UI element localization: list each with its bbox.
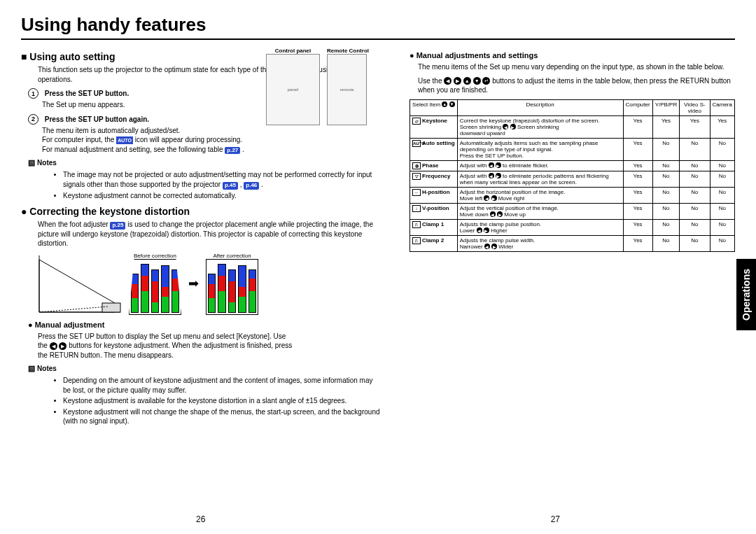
- step-2-num-icon: 2: [28, 114, 38, 125]
- keystone-notes-list: Depending on the amount of keystone adju…: [35, 376, 382, 426]
- keystone-intro: When the foot adjuster p.25 is used to c…: [38, 220, 382, 248]
- keystone-note-3: Keystone adjustment will not change the …: [63, 407, 382, 426]
- page-ref-27: p.27: [225, 147, 240, 155]
- auto-notes-heading: Notes: [28, 158, 382, 167]
- side-tab-operations: Operations: [736, 259, 756, 330]
- right-arrow-icon: ▶: [59, 342, 66, 350]
- svg-rect-3: [102, 303, 120, 312]
- control-panel-diagram: panel: [266, 54, 320, 125]
- chart-after: [206, 259, 258, 315]
- table-row: ⎍Clamp 2Adjusts the clamp pulse width.Na…: [410, 235, 735, 251]
- chart-before: [129, 259, 181, 315]
- page-title: Using handy features: [21, 14, 735, 40]
- page-ref-45: p.45: [223, 182, 238, 190]
- auto-icon: AUTO: [116, 136, 133, 144]
- step-1-num-icon: 1: [28, 88, 38, 99]
- table-row: ⎍Clamp 1Adjusts the clamp pulse position…: [410, 219, 735, 235]
- remote-control-label: Remote Control: [327, 48, 369, 54]
- table-row: ↕V-positionAdjust the vertical position …: [410, 203, 735, 219]
- page-number-left: 26: [196, 514, 205, 524]
- table-row: ◍PhaseAdjust with ◀ ▶ to eliminate flick…: [410, 160, 735, 171]
- auto-notes-list: The image may not be projected or auto a…: [35, 170, 382, 200]
- control-panel-label: Control panel: [266, 48, 320, 54]
- page-ref-46: p.46: [244, 182, 259, 190]
- arrow-right-icon: ➡: [188, 276, 199, 291]
- keystone-notes-heading: Notes: [28, 364, 382, 373]
- page-ref-25: p.25: [110, 222, 125, 230]
- page-number-right: 27: [551, 514, 560, 524]
- keystone-heading: Correcting the keystone distortion: [21, 206, 382, 217]
- keystone-note-1: Depending on the amount of keystone adju…: [63, 376, 382, 395]
- manual-adjustment-heading: Manual adjustment: [28, 321, 382, 329]
- remote-control-diagram: remote: [327, 54, 367, 125]
- keystone-diagram: Before correction ➡ After correction: [38, 253, 382, 315]
- step-2-body: The menu item is automatically adjusted/…: [42, 126, 382, 155]
- auto-note-1: The image may not be projected or auto a…: [63, 170, 382, 189]
- after-label: After correction: [206, 253, 258, 259]
- manual-adjustment-body: Press the SET UP button to display the S…: [38, 332, 382, 360]
- before-label: Before correction: [129, 253, 181, 259]
- table-row: ▽FrequencyAdjust with ◀ ▶ to eliminate p…: [410, 171, 735, 187]
- auto-note-2: Keystone adjustment cannot be corrected …: [63, 191, 382, 201]
- left-arrow-icon: ◀: [50, 342, 57, 350]
- table-row: ↔H-positionAdjust the horizontal positio…: [410, 187, 735, 203]
- keystone-note-2: Keystone adjustment is available for the…: [63, 396, 382, 406]
- table-row: AUTOAuto settingAutomatically adjusts it…: [410, 138, 735, 160]
- projector-angle-diagram: [38, 254, 122, 314]
- svg-line-4: [39, 307, 108, 312]
